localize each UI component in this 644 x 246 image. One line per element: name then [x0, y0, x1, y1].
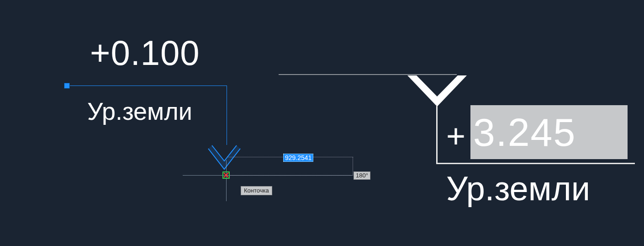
right-marker-base-line	[436, 163, 635, 164]
right-marker-reference-line	[279, 74, 457, 75]
left-marker-leader-line	[227, 86, 227, 145]
crosshair-vertical	[226, 160, 227, 201]
left-marker-arrow-icon	[199, 142, 249, 183]
track-line	[353, 157, 353, 175]
dynamic-distance-input[interactable]: 929.2541	[283, 154, 313, 162]
drawing-canvas[interactable]: +0.100 Ур.земли 929.2541 180° Конточка +…	[0, 0, 644, 246]
right-elevation-label: Ур.земли	[446, 169, 590, 208]
svg-marker-4	[407, 75, 467, 107]
right-elevation-edit-input[interactable]	[470, 105, 628, 159]
grip-handle[interactable]	[64, 83, 69, 88]
dynamic-angle-readout: 180°	[354, 171, 370, 180]
svg-marker-0	[208, 145, 240, 169]
left-elevation-label: Ур.земли	[87, 97, 192, 125]
right-marker-leader-line	[436, 106, 438, 164]
right-elevation-prefix: +	[446, 117, 465, 155]
left-marker-shelf-line	[67, 86, 227, 86]
left-elevation-value: +0.100	[90, 33, 200, 73]
osnap-tooltip: Конточка	[241, 186, 272, 195]
track-line	[227, 175, 353, 176]
